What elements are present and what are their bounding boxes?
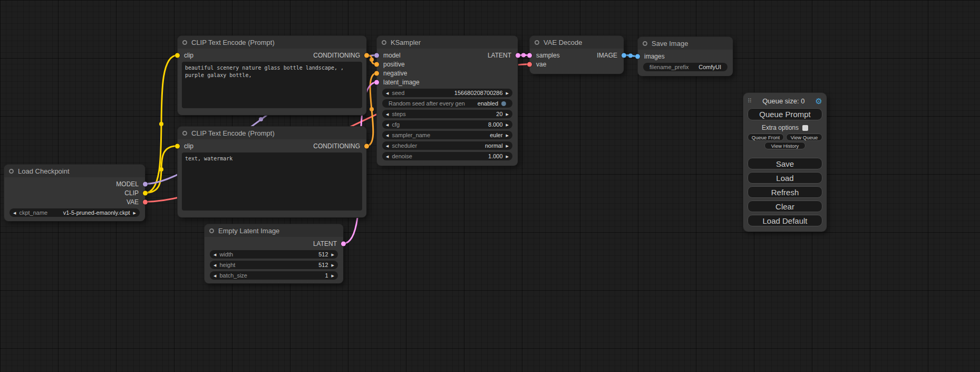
link-midpoint-dot[interactable]: [521, 53, 526, 58]
node-title-bar[interactable]: Empty Latent Image: [205, 224, 343, 237]
arrow-left-icon[interactable]: ◀: [386, 112, 389, 116]
filename-prefix-widget[interactable]: filename_prefix ComfyUI: [643, 63, 727, 71]
widget-label: ckpt_name: [19, 209, 47, 216]
arrow-right-icon[interactable]: ▶: [332, 274, 334, 278]
link-midpoint-dot[interactable]: [159, 167, 163, 171]
input-port-negative[interactable]: [374, 71, 379, 75]
width-widget[interactable]: ◀ width 512 ▶: [210, 250, 338, 259]
input-port-positive[interactable]: [374, 62, 379, 66]
input-port-images[interactable]: [635, 54, 640, 59]
save-button[interactable]: Save: [748, 158, 822, 169]
input-port-vae[interactable]: [527, 62, 532, 66]
batch-size-widget[interactable]: ◀ batch_size 1 ▶: [210, 271, 338, 280]
arrow-right-icon[interactable]: ▶: [506, 155, 509, 158]
queue-prompt-button[interactable]: Queue Prompt: [748, 108, 822, 120]
arrow-left-icon[interactable]: ◀: [386, 144, 389, 148]
cfg-widget[interactable]: ◀ cfg 8.000 ▶: [382, 120, 512, 129]
widget-value: ComfyUI: [698, 64, 721, 70]
input-port-samples[interactable]: [527, 53, 532, 58]
node-load-checkpoint[interactable]: Load Checkpoint MODEL CLIP VAE ◀ ckpt_na…: [4, 165, 145, 221]
refresh-button[interactable]: Refresh: [748, 186, 822, 198]
seed-widget[interactable]: ◀ seed 156680208700286 ▶: [382, 89, 512, 97]
node-vae-decode[interactable]: VAE Decode samples IMAGE vae: [530, 36, 624, 74]
collapse-dot-icon[interactable]: [209, 228, 214, 233]
link-midpoint-dot[interactable]: [259, 117, 263, 121]
arrow-right-icon[interactable]: ▶: [332, 253, 334, 256]
toggle-dot-icon[interactable]: [501, 101, 506, 106]
ckpt-name-widget[interactable]: ◀ ckpt_name v1-5-pruned-emaonly.ckpt ▶: [9, 208, 140, 217]
prompt-textarea[interactable]: text, watermark: [182, 152, 362, 211]
denoise-widget[interactable]: ◀ denoise 1.000 ▶: [382, 152, 512, 160]
node-title: CLIP Text Encode (Prompt): [191, 39, 275, 46]
arrow-left-icon[interactable]: ◀: [386, 155, 389, 158]
gear-icon[interactable]: ⚙: [816, 97, 822, 105]
node-title-bar[interactable]: CLIP Text Encode (Prompt): [178, 127, 366, 139]
queue-front-button[interactable]: Queue Front: [748, 133, 784, 141]
collapse-dot-icon[interactable]: [643, 41, 647, 46]
node-empty-latent-image[interactable]: Empty Latent Image LATENT ◀ width 512 ▶ …: [205, 224, 343, 283]
view-queue-button[interactable]: View Queue: [786, 133, 822, 141]
view-history-button[interactable]: View History: [764, 142, 806, 149]
collapse-dot-icon[interactable]: [182, 131, 187, 136]
extra-options-checkbox[interactable]: [802, 125, 808, 131]
sampler-name-widget[interactable]: ◀ sampler_name euler ▶: [382, 131, 512, 139]
output-port-conditioning[interactable]: [364, 144, 369, 148]
output-port-image[interactable]: [622, 53, 626, 58]
widget-value: normal: [485, 142, 503, 149]
link-midpoint-dot[interactable]: [159, 122, 163, 126]
arrow-left-icon[interactable]: ◀: [214, 274, 216, 278]
node-title-bar[interactable]: Load Checkpoint: [4, 165, 145, 177]
link-midpoint-dot[interactable]: [370, 107, 374, 111]
collapse-dot-icon[interactable]: [535, 40, 539, 45]
link-midpoint-dot[interactable]: [370, 58, 374, 62]
arrow-left-icon[interactable]: ◀: [386, 123, 389, 127]
widget-value: euler: [490, 132, 502, 138]
node-title-bar[interactable]: Save Image: [638, 37, 733, 50]
steps-widget[interactable]: ◀ steps 20 ▶: [382, 110, 512, 118]
input-port-model[interactable]: [374, 53, 379, 58]
random-seed-toggle-widget[interactable]: Random seed after every gen enabled: [382, 99, 512, 108]
node-title-bar[interactable]: CLIP Text Encode (Prompt): [178, 36, 366, 49]
node-clip-text-encode-positive[interactable]: CLIP Text Encode (Prompt) clip CONDITION…: [178, 36, 366, 115]
load-button[interactable]: Load: [748, 172, 822, 184]
node-save-image[interactable]: Save Image images filename_prefix ComfyU…: [638, 37, 733, 76]
input-port-clip[interactable]: [175, 144, 180, 148]
input-port-clip[interactable]: [175, 53, 180, 58]
arrow-left-icon[interactable]: ◀: [214, 263, 216, 267]
arrow-left-icon[interactable]: ◀: [214, 253, 216, 256]
output-port-latent[interactable]: [341, 241, 346, 246]
load-default-button[interactable]: Load Default: [748, 215, 822, 226]
output-label-clip: CLIP: [124, 189, 139, 197]
arrow-right-icon[interactable]: ▶: [332, 263, 334, 267]
prompt-textarea[interactable]: beautiful scenery nature glass bottle la…: [182, 62, 362, 108]
output-port-model[interactable]: [143, 182, 148, 186]
arrow-right-icon[interactable]: ▶: [506, 133, 509, 137]
arrow-right-icon[interactable]: ▶: [506, 144, 509, 148]
drag-handle-icon[interactable]: ⠿: [748, 98, 752, 104]
arrow-left-icon[interactable]: ◀: [386, 133, 389, 137]
node-ksampler[interactable]: KSampler model LATENT positive negative …: [377, 36, 518, 166]
collapse-dot-icon[interactable]: [382, 40, 386, 45]
arrow-left-icon[interactable]: ◀: [13, 211, 16, 215]
clear-button[interactable]: Clear: [748, 201, 822, 212]
collapse-dot-icon[interactable]: [9, 169, 14, 174]
node-clip-text-encode-negative[interactable]: CLIP Text Encode (Prompt) clip CONDITION…: [178, 127, 366, 217]
arrow-right-icon[interactable]: ▶: [506, 112, 509, 116]
scheduler-widget[interactable]: ◀ scheduler normal ▶: [382, 141, 512, 150]
collapse-dot-icon[interactable]: [182, 40, 187, 45]
arrow-right-icon[interactable]: ▶: [506, 91, 509, 95]
node-title-bar[interactable]: VAE Decode: [530, 36, 624, 49]
output-label-vae: VAE: [127, 198, 139, 206]
height-widget[interactable]: ◀ height 512 ▶: [210, 261, 338, 269]
arrow-left-icon[interactable]: ◀: [386, 91, 389, 95]
arrow-right-icon[interactable]: ▶: [506, 123, 509, 127]
output-port-vae[interactable]: [143, 199, 148, 204]
link-midpoint-dot[interactable]: [628, 54, 633, 58]
output-label-conditioning: CONDITIONING: [313, 52, 360, 59]
arrow-right-icon[interactable]: ▶: [133, 211, 136, 215]
output-port-clip[interactable]: [143, 190, 148, 195]
output-port-conditioning[interactable]: [364, 53, 369, 58]
node-title-bar[interactable]: KSampler: [377, 36, 518, 49]
output-port-latent[interactable]: [516, 53, 520, 58]
input-port-latent-image[interactable]: [374, 80, 379, 84]
